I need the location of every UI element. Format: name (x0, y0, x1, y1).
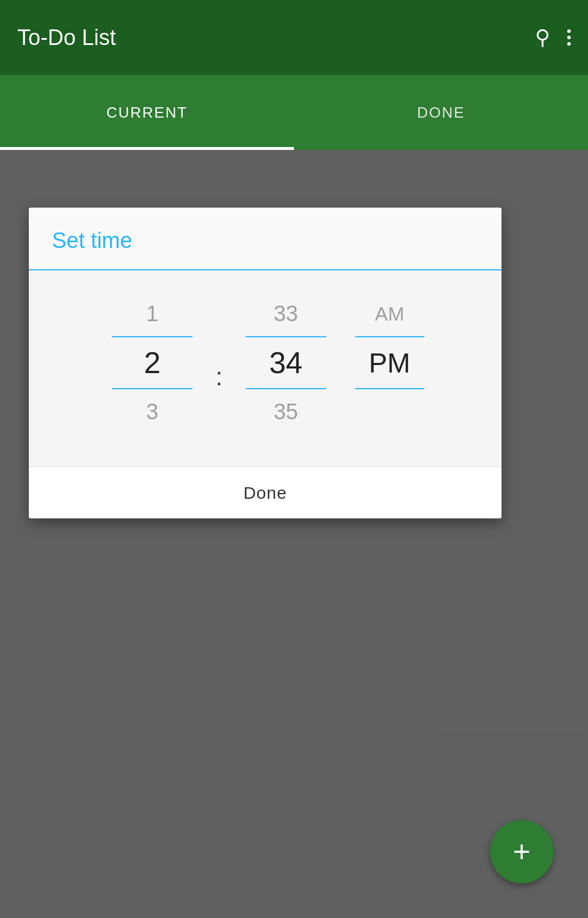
tab-current-label: CURRENT (106, 104, 187, 122)
ampm-column[interactable]: AM PM (344, 294, 436, 432)
ampm-bottom-underline (355, 388, 424, 389)
ampm-above: AM (375, 294, 404, 334)
done-button[interactable]: Done (209, 472, 322, 514)
tab-current[interactable]: CURRENT (0, 75, 294, 150)
more-options-icon (567, 29, 571, 46)
app-title: To-Do List (17, 25, 535, 50)
hour-below: 3 (146, 392, 159, 432)
tab-done-label: DONE (417, 104, 465, 122)
minute-top-underline (246, 336, 326, 337)
minute-current: 34 (269, 340, 303, 386)
minute-column[interactable]: 33 34 35 (228, 294, 344, 432)
hour-current: 2 (144, 340, 161, 386)
time-separator: : (210, 329, 228, 391)
dialog-title: Set time (52, 228, 132, 253)
tab-done[interactable]: DONE (294, 75, 588, 150)
hour-above: 1 (146, 294, 159, 334)
menu-button[interactable] (567, 29, 571, 46)
tab-bar: CURRENT DONE (0, 75, 588, 150)
minute-bottom-underline (246, 388, 326, 389)
time-picker: 1 2 3 : 33 34 35 AM PM (52, 282, 478, 443)
dialog-body: 1 2 3 : 33 34 35 AM PM (29, 270, 502, 466)
add-task-button[interactable]: + (490, 820, 553, 883)
minute-below: 35 (274, 392, 298, 432)
app-bar-icons: ⚲ (535, 25, 571, 50)
add-icon: + (513, 837, 530, 867)
hour-column[interactable]: 1 2 3 (95, 294, 210, 432)
hour-top-underline (112, 336, 193, 337)
search-icon: ⚲ (535, 25, 550, 50)
ampm-top-underline (355, 336, 424, 337)
app-bar: To-Do List ⚲ (0, 0, 588, 75)
dialog-footer: Done (29, 466, 502, 518)
dialog-header: Set time (29, 208, 502, 270)
hour-bottom-underline (112, 388, 193, 389)
search-button[interactable]: ⚲ (535, 25, 550, 50)
set-time-dialog: Set time 1 2 3 : 33 34 35 (29, 208, 502, 518)
minute-above: 33 (274, 294, 298, 334)
ampm-current: PM (369, 340, 410, 386)
